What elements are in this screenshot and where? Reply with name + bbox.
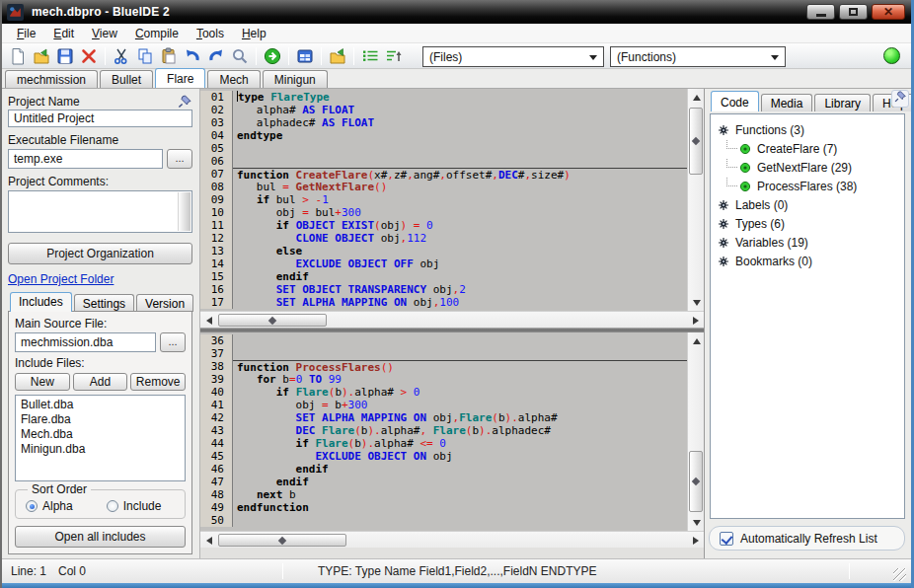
menu-help[interactable]: Help [233,25,275,42]
sort-order-label: Sort Order [28,482,91,496]
horizontal-scrollbar[interactable] [200,311,704,328]
vertical-scrollbar[interactable] [687,332,704,531]
tree-item[interactable]: Labels (0) [713,195,902,214]
maximize-button[interactable] [839,4,868,20]
scroll-left-arrow[interactable] [200,532,217,549]
code-text: alphadec# AS FLOAT [233,116,687,129]
code-line: 10 obj = bul+300 [200,206,687,219]
scroll-left-arrow[interactable] [200,312,217,329]
paste-button[interactable] [157,45,181,67]
functions-dropdown[interactable]: (Functions) [610,46,786,67]
scroll-down-arrow[interactable] [688,294,705,311]
scroll-up-arrow[interactable] [688,89,705,106]
scrollbar-thumb[interactable] [689,451,703,512]
browser-tab-media[interactable]: Media [761,94,813,111]
line-number: 36 [200,334,233,347]
exe-browse-button[interactable]: ... [167,149,192,169]
auto-refresh-checkbox[interactable] [720,532,733,546]
thumb-grip-icon [692,478,700,485]
scroll-down-arrow[interactable] [688,514,705,531]
code-line: 07function CreateFlare(x#,z#,ang#,offset… [200,168,687,181]
scroll-up-arrow[interactable] [688,332,705,349]
tree-item[interactable]: Bookmarks (0) [713,252,902,270]
menu-edit[interactable]: Edit [44,25,83,42]
tree-item[interactable]: Variables (19) [713,233,902,252]
include-files-list[interactable]: Bullet.dbaFlare.dbaMech.dbaMinigun.dba [15,395,186,481]
file-tab-mech[interactable]: Mech [207,70,260,88]
open-file-button[interactable] [30,45,53,67]
include-files-label: Include Files: [15,356,186,370]
tree-item[interactable]: Functions (3) [713,120,902,139]
horizontal-scrollbar[interactable] [200,531,704,548]
resize-grip[interactable] [893,568,906,581]
project-comments-textarea[interactable] [8,190,192,233]
sort-list-button[interactable] [382,45,406,67]
code-text: if Flare(b).alpha# <= 0 [233,437,687,450]
tree-item[interactable]: GetNextFlare (29) [713,158,902,177]
menu-tools[interactable]: Tools [188,25,233,42]
sort-radio-alpha[interactable]: Alpha [26,499,73,513]
remove-include-button[interactable]: Remove [130,373,186,391]
find-button[interactable] [228,45,252,67]
tree-item[interactable]: ProcessFlares (38) [713,177,902,195]
file-tab-flare[interactable]: Flare [155,68,205,88]
line-number: 16 [200,283,233,296]
menu-file[interactable]: File [8,25,44,42]
undo-button[interactable] [181,45,204,67]
sort-radio-include[interactable]: Include [107,499,162,513]
menu-view[interactable]: View [83,25,126,42]
cut-button[interactable] [110,45,133,67]
include-file-item[interactable]: Flare.dba [16,412,185,427]
comments-label: Project Comments: [8,175,192,188]
scrollbar-thumb[interactable] [218,314,327,327]
vertical-scrollbar[interactable] [687,89,704,311]
exe-filename-input[interactable] [8,149,163,169]
include-file-item[interactable]: Mech.dba [16,427,185,442]
code-area-top[interactable]: 01type FlareType02 alpha# AS FLOAT03 alp… [200,89,687,311]
project-tab-version[interactable]: Version [136,294,193,312]
tree-item[interactable]: CreateFlare (7) [713,139,902,158]
save-file-button[interactable] [53,45,77,67]
main-source-browse-button[interactable]: ... [160,332,186,352]
file-tab-bullet[interactable]: Bullet [100,70,153,88]
files-dropdown[interactable]: (Files) [422,46,604,67]
include-file-item[interactable]: Minigun.dba [16,442,185,457]
code-text: endtype [233,129,687,142]
project-name-input[interactable] [8,110,192,127]
close-file-button[interactable] [77,45,101,67]
project-tab-includes[interactable]: Includes [10,292,72,312]
new-file-button[interactable] [6,45,30,67]
pin-button[interactable] [891,90,909,108]
scroll-right-arrow[interactable] [687,532,704,549]
close-button[interactable]: ✕ [872,4,905,20]
scrollbar-thumb[interactable] [218,534,346,547]
pin-icon[interactable] [177,94,192,110]
redo-button[interactable] [204,45,228,67]
code-line: 44 if Flare(b).alpha# <= 0 [200,437,687,450]
project-tab-settings[interactable]: Settings [74,294,134,312]
minimize-button[interactable] [806,4,835,20]
function-list-button[interactable] [358,45,382,67]
project-organization-button[interactable]: Project Organization [8,243,192,264]
code-area-bottom[interactable]: 363738function ProcessFlares()39 for b=0… [200,332,687,531]
file-tab-minigun[interactable]: Minigun [263,70,328,88]
open-project-folder-button[interactable] [326,45,349,67]
main-source-input[interactable] [15,332,156,352]
window-layout-button[interactable] [293,45,317,67]
file-tab-mechmission[interactable]: mechmission [5,70,98,88]
add-include-button[interactable]: Add [73,373,128,391]
menu-compile[interactable]: Compile [126,25,188,42]
copy-button[interactable] [133,45,157,67]
browser-tab-library[interactable]: Library [814,94,871,111]
scrollbar-thumb[interactable] [689,108,703,175]
code-text: endif [233,270,687,283]
browser-tab-code[interactable]: Code [711,91,759,111]
scroll-right-arrow[interactable] [687,312,704,329]
open-project-folder-link[interactable]: Open Project Folder [8,272,192,286]
include-file-item[interactable]: Bullet.dba [16,398,185,412]
run-compile-button[interactable] [261,45,284,67]
tree-item[interactable]: Types (6) [713,214,902,233]
textarea-scrollbar[interactable] [178,192,190,231]
new-include-button[interactable]: New [15,373,70,391]
open-all-includes-button[interactable]: Open all includes [15,526,186,548]
